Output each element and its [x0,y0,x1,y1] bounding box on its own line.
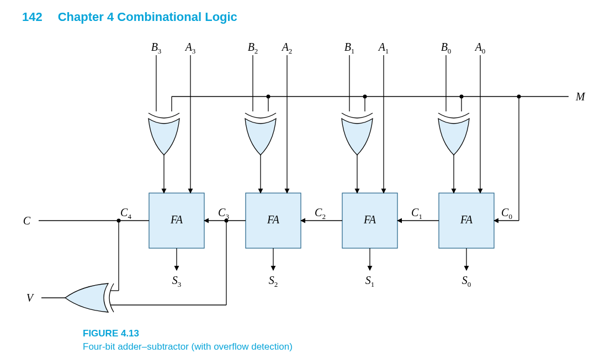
label-a1: A1 [378,41,389,55]
xor-gate-b0 [438,113,469,155]
label-c2: C2 [315,206,326,221]
label-s1: S1 [365,274,375,288]
label-c4: C4 [120,206,131,221]
fa-label-0: FA [460,213,473,226]
xor-gate-b1 [342,113,373,155]
fa-label-2: FA [267,213,280,226]
svg-point-19 [363,95,367,99]
wires [39,55,569,305]
label-b3: B3 [151,41,162,55]
svg-point-18 [267,95,270,99]
figure-number: FIGURE 4.13 [83,328,293,339]
xor-gates-top [148,113,469,155]
label-a3: A3 [184,41,196,55]
xor-gate-b2 [245,113,276,155]
label-a2: A2 [281,41,293,55]
page-header: 142 Chapter 4 Combinational Logic [22,10,237,24]
label-s3: S3 [172,274,182,288]
xor-gate-b3 [148,113,179,155]
page-number: 142 [22,10,43,24]
label-a0: A0 [474,41,486,55]
figure-title: Four-bit adder–subtractor (with overflow… [83,341,293,352]
label-s0: S0 [462,274,471,288]
label-m: M [575,90,586,103]
label-b2: B2 [248,41,258,55]
svg-point-20 [460,95,464,99]
label-c3: C3 [218,206,229,221]
label-b1: B1 [344,41,355,55]
label-c1: C1 [411,206,422,221]
adder-subtractor-diagram: FA FA FA FA [0,0,589,364]
fa-label-3: FA [170,213,183,226]
label-v: V [26,292,35,304]
label-c0: C0 [501,206,512,221]
label-b0: B0 [441,41,452,55]
labels: B3 A3 B2 A2 B1 A1 B0 A0 M C4 C3 C2 C1 C0… [23,41,586,304]
chapter-title: Chapter 4 Combinational Logic [58,10,237,24]
xor-gate-v [65,283,114,312]
label-c-out: C [23,215,31,227]
fa-label-1: FA [363,213,376,226]
label-s2: S2 [269,274,278,288]
figure-caption: FIGURE 4.13 Four-bit adder–subtractor (w… [83,328,293,352]
